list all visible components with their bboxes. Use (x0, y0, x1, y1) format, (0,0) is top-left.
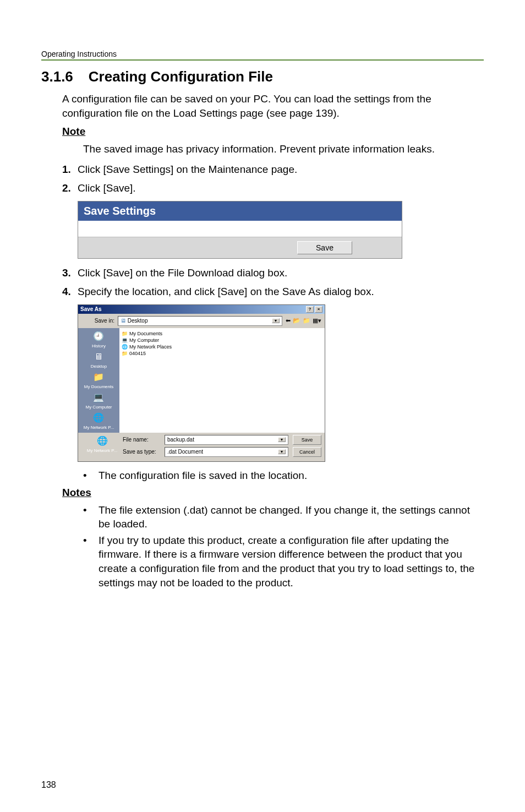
nav-back-icon[interactable]: ⬅ (286, 317, 291, 324)
sidebar-label: History (92, 344, 106, 348)
list-item[interactable]: 💻My Computer (122, 337, 322, 344)
desktop-icon: 🖥 (92, 351, 105, 363)
sidebar-item-history[interactable]: 🕘 History (92, 330, 106, 348)
nav-newfolder-icon[interactable]: 📁 (303, 317, 310, 324)
intro-paragraph: A configuration file can be saved on you… (62, 92, 484, 120)
save-as-dialog: Save As ? × Save in: 🖥 Desktop ▼ ⬅ 📂 📁 ▦… (78, 304, 325, 462)
section-title: Creating Configuration File (89, 68, 273, 85)
save-settings-panel: Save Settings Save (78, 201, 402, 259)
list-item-label: My Network Places (129, 344, 172, 350)
step-number: 3. (62, 265, 78, 281)
sidebar-label: My Documents (84, 384, 113, 389)
network-icon: 🌐 (92, 412, 105, 424)
step-text: Click [Save]. (78, 181, 484, 197)
bullet-marker: • (83, 503, 99, 531)
computer-icon: 💻 (122, 337, 128, 343)
folder-icon: 📁 (92, 371, 105, 383)
list-item[interactable]: 🌐My Network Places (122, 344, 322, 350)
step-text: Click [Save] on the File Download dialog… (78, 265, 484, 281)
saveastype-dropdown[interactable]: .dat Document ▼ (165, 447, 288, 457)
filename-label: File name: (123, 437, 161, 443)
bullet-text: The configuration file is saved in the l… (99, 468, 484, 483)
bullet-marker: • (83, 533, 99, 590)
step-3: 3. Click [Save] on the File Download dia… (62, 265, 484, 281)
folder-icon: 📁 (122, 351, 128, 356)
network-icon: 🌐 (122, 344, 128, 350)
desktop-icon: 🖥 (121, 318, 126, 324)
page-number: 138 (41, 780, 56, 790)
close-button[interactable]: × (315, 306, 322, 313)
panel-footer: Save (78, 237, 402, 258)
panel-title: Save Settings (78, 201, 402, 221)
sidebar-item-mycomp[interactable]: 💻 My Computer (85, 391, 112, 410)
save-in-value: Desktop (128, 318, 148, 324)
chevron-down-icon[interactable]: ▼ (278, 437, 286, 442)
step-number: 2. (62, 181, 78, 197)
sidebar-item-mydocs[interactable]: 📁 My Documents (84, 371, 113, 389)
dialog-titlebar: Save As ? × (78, 305, 325, 314)
step-4: 4. Specify the location, and click [Save… (62, 284, 484, 300)
dialog-title: Save As (80, 306, 102, 312)
list-item[interactable]: 📁040415 (122, 350, 322, 357)
header-divider (41, 59, 484, 61)
notes-bullet-2: • If you try to update this product, cre… (83, 533, 484, 590)
step-number: 1. (62, 162, 78, 178)
save-in-label: Save in: (81, 318, 114, 324)
cancel-button[interactable]: Cancel (293, 447, 321, 457)
sidebar-label: My Network P... (84, 425, 114, 430)
list-item[interactable]: 📁My Documents (122, 330, 322, 337)
running-header: Operating Instructions (41, 50, 484, 58)
note-heading: Note (62, 126, 484, 138)
bullet-text: The file extension (.dat) cannot be chan… (99, 503, 484, 531)
list-item-label: 040415 (129, 351, 146, 356)
step-text: Specify the location, and click [Save] o… (78, 284, 484, 300)
places-sidebar: 🕘 History 🖥 Desktop 📁 My Documents 💻 My … (78, 328, 119, 433)
notes-bullet-1: • The file extension (.dat) cannot be ch… (83, 503, 484, 531)
bullet-text: If you try to update this product, creat… (99, 533, 484, 590)
nav-view-icon[interactable]: ▦▾ (313, 317, 321, 324)
history-icon: 🕘 (92, 330, 105, 342)
save-in-dropdown[interactable]: 🖥 Desktop ▼ (118, 316, 282, 326)
panel-body (78, 221, 402, 237)
section-heading: 3.1.6Creating Configuration File (41, 68, 484, 85)
file-list[interactable]: 📁My Documents 💻My Computer 🌐My Network P… (119, 328, 325, 433)
saveastype-label: Save as type: (123, 449, 161, 455)
help-button[interactable]: ? (306, 306, 314, 313)
filename-input[interactable]: backup.dat ▼ (165, 435, 288, 445)
save-button[interactable]: Save (293, 435, 321, 445)
step-number: 4. (62, 284, 78, 300)
chevron-down-icon[interactable]: ▼ (278, 449, 286, 454)
sidebar-item-mynet[interactable]: 🌐 My Network P... (84, 412, 114, 430)
bullet-marker: • (83, 468, 99, 483)
step-1: 1. Click [Save Settings] on the Maintena… (62, 162, 484, 178)
filename-value: backup.dat (167, 437, 194, 443)
nav-up-icon[interactable]: 📂 (293, 317, 300, 324)
network-icon: 🌐 (96, 435, 109, 447)
bullet-item: • The configuration file is saved in the… (83, 468, 484, 483)
step-text: Click [Save Settings] on the Maintenance… (78, 162, 484, 178)
sidebar-label: Desktop (91, 364, 107, 369)
section-number: 3.1.6 (41, 68, 73, 85)
chevron-down-icon[interactable]: ▼ (272, 318, 280, 323)
sidebar-item-desktop[interactable]: 🖥 Desktop (91, 351, 107, 369)
step-2: 2. Click [Save]. (62, 181, 484, 197)
list-item-label: My Documents (129, 331, 162, 336)
save-button[interactable]: Save (297, 241, 352, 254)
sidebar-label: My Computer (85, 405, 112, 410)
note-text: The saved image has privacy information.… (83, 142, 484, 156)
folder-icon: 📁 (122, 331, 128, 336)
computer-icon: 💻 (92, 391, 105, 404)
sidebar-label: My Network P... (87, 448, 117, 453)
notes-heading: Notes (62, 487, 484, 499)
list-item-label: My Computer (129, 337, 159, 343)
saveastype-value: .dat Document (167, 449, 203, 455)
